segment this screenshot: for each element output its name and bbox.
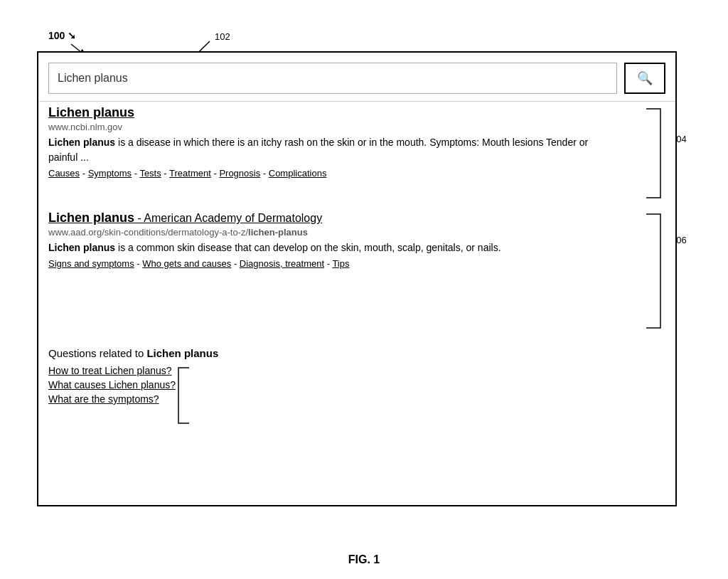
result2-links: Signs and symptoms - Who gets and causes…: [48, 258, 609, 269]
result-block-1: Lichen planus www.ncbi.nlm.gov Lichen pl…: [48, 105, 609, 179]
search-button[interactable]: 🔍: [624, 63, 665, 94]
arrow-indicator-100: ➘: [68, 30, 76, 41]
result1-link-prognosis[interactable]: Prognosis: [219, 168, 260, 179]
search-icon: 🔍: [637, 70, 653, 86]
result2-link-tips[interactable]: Tips: [332, 258, 349, 269]
bracket-106: [625, 211, 664, 331]
question-link-3[interactable]: What are the symptoms?: [48, 393, 609, 405]
browser-window: Lichen planus 🔍 Lichen planus www.ncbi.n…: [37, 51, 677, 506]
result1-title[interactable]: Lichen planus: [48, 105, 609, 120]
question-link-2[interactable]: What causes Lichen planus?: [48, 379, 609, 391]
result2-link-signs[interactable]: Signs and symptoms: [48, 258, 134, 269]
result-block-2: Lichen planus - American Academy of Derm…: [48, 211, 609, 269]
result1-link-tests[interactable]: Tests: [139, 168, 161, 179]
ref-number-100: 100: [48, 30, 65, 41]
result2-title[interactable]: Lichen planus - American Academy of Derm…: [48, 211, 609, 225]
result1-link-complications[interactable]: Complications: [269, 168, 327, 179]
result2-description: Lichen planus is a common skin disease t…: [48, 240, 609, 255]
question-link-1[interactable]: How to treat Lichen planus?: [48, 365, 609, 376]
result2-link-diagnosis[interactable]: Diagnosis, treatment: [240, 258, 324, 269]
questions-block: Questions related to Lichen planus How t…: [48, 347, 609, 408]
bracket-108: [175, 364, 210, 427]
annotation-102: 102: [215, 31, 230, 42]
ref-label-100: 100 ➘: [48, 30, 76, 41]
questions-title: Questions related to Lichen planus: [48, 347, 609, 359]
result1-link-causes[interactable]: Causes: [48, 168, 80, 179]
result2-url: www.aad.org/skin-conditions/dermatology-…: [48, 227, 609, 238]
result1-description: Lichen planus is a disease in which ther…: [48, 135, 609, 165]
result2-link-who[interactable]: Who gets and causes: [142, 258, 231, 269]
search-query-text: Lichen planus: [58, 72, 128, 85]
figure-label: FIG. 1: [348, 553, 380, 566]
search-input-box[interactable]: Lichen planus: [48, 63, 617, 94]
result1-link-treatment[interactable]: Treatment: [169, 168, 211, 179]
result1-link-symptoms[interactable]: Symptoms: [88, 168, 132, 179]
bracket-104: [625, 105, 664, 201]
result1-links: Causes - Symptoms - Tests - Treatment - …: [48, 168, 609, 179]
content-area: Lichen planus www.ncbi.nlm.gov Lichen pl…: [48, 105, 665, 495]
search-bar-area: Lichen planus 🔍: [48, 63, 665, 94]
result1-url: www.ncbi.nlm.gov: [48, 122, 609, 132]
search-divider: [38, 101, 675, 102]
